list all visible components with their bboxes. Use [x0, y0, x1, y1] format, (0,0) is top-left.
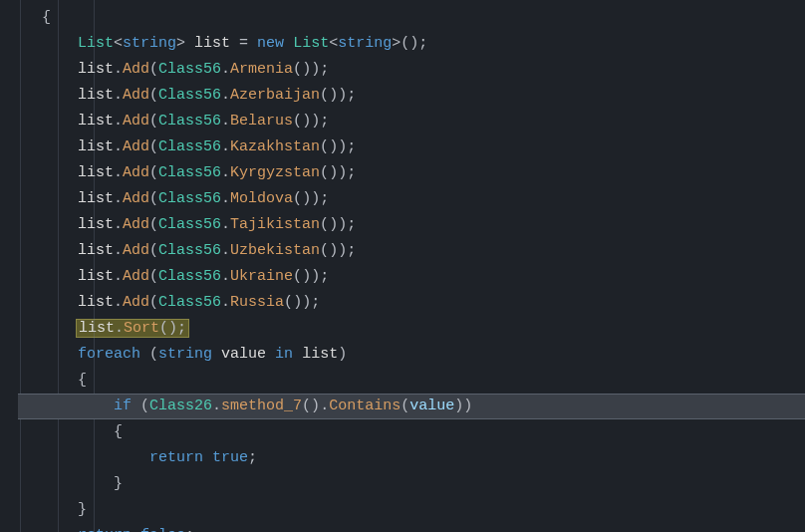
- code-line: {: [18, 368, 805, 394]
- code-line: list.Add(Class56.Uzbekistan());: [18, 238, 805, 264]
- code-line: list.Add(Class56.Ukraine());: [18, 264, 805, 290]
- code-line: {: [18, 419, 805, 445]
- code-line-sort: list.Sort();: [18, 316, 805, 342]
- code-line: foreach (string value in list): [18, 342, 805, 368]
- code-line: }: [18, 497, 805, 523]
- code-line: list.Add(Class56.Armenia());: [18, 57, 805, 83]
- code-line: {: [18, 5, 805, 31]
- code-line: list.Add(Class56.Belarus());: [18, 109, 805, 134]
- code-line: }: [18, 471, 805, 497]
- indent-guide: [58, 0, 59, 532]
- current-line: if (Class26.smethod_7().Contains(value)): [18, 394, 805, 419]
- code-line: list.Add(Class56.Kyrgyzstan());: [18, 160, 805, 186]
- code-line: List<string> list = new List<string>();: [18, 31, 805, 57]
- indent-guide: [20, 0, 21, 532]
- code-line: list.Add(Class56.Moldova());: [18, 186, 805, 212]
- indent-guide: [94, 0, 95, 532]
- code-line: return false;: [18, 523, 805, 532]
- code-line: list.Add(Class56.Russia());: [18, 290, 805, 316]
- code-line: list.Add(Class56.Kazakhstan());: [18, 134, 805, 160]
- code-line: list.Add(Class56.Azerbaijan());: [18, 83, 805, 109]
- code-line: list.Add(Class56.Tajikistan());: [18, 212, 805, 238]
- brace: {: [42, 9, 51, 26]
- code-line: return true;: [18, 445, 805, 471]
- code-editor[interactable]: { List<string> list = new List<string>()…: [0, 0, 805, 532]
